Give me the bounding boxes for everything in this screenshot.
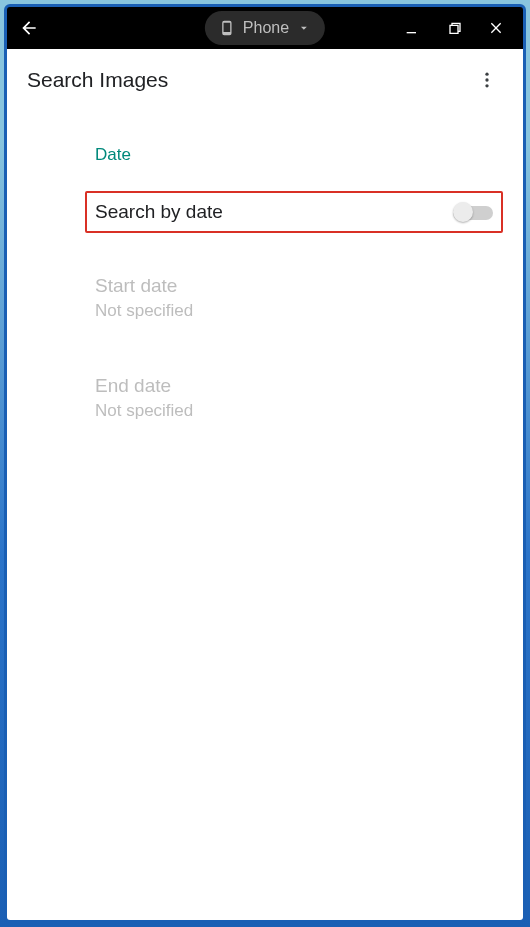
device-label: Phone bbox=[243, 19, 289, 37]
emulator-frame: Phone Search Images Date Search by bbox=[4, 4, 526, 923]
start-date-label: Start date bbox=[95, 275, 503, 297]
chevron-down-icon bbox=[297, 21, 311, 35]
device-selector[interactable]: Phone bbox=[205, 11, 325, 45]
close-button[interactable] bbox=[485, 17, 507, 39]
more-vert-icon bbox=[477, 70, 497, 90]
back-button[interactable] bbox=[7, 7, 51, 49]
svg-point-1 bbox=[485, 73, 488, 76]
phone-icon bbox=[219, 18, 235, 38]
minimize-icon bbox=[404, 20, 420, 36]
svg-rect-0 bbox=[407, 32, 416, 33]
end-date-item[interactable]: End date Not specified bbox=[95, 375, 503, 421]
end-date-value: Not specified bbox=[95, 401, 503, 421]
start-date-item[interactable]: Start date Not specified bbox=[95, 275, 503, 321]
start-date-value: Not specified bbox=[95, 301, 503, 321]
section-label-date: Date bbox=[95, 145, 503, 165]
close-icon bbox=[488, 20, 504, 36]
app-screen: Search Images Date Search by date Start … bbox=[7, 49, 523, 920]
restore-icon bbox=[446, 20, 462, 36]
end-date-label: End date bbox=[95, 375, 503, 397]
search-by-date-row[interactable]: Search by date bbox=[85, 191, 503, 233]
svg-point-3 bbox=[485, 84, 488, 87]
arrow-left-icon bbox=[19, 18, 39, 38]
overflow-menu-button[interactable] bbox=[471, 64, 503, 96]
switch-thumb bbox=[453, 202, 473, 222]
page-title: Search Images bbox=[27, 68, 168, 92]
titlebar-right-controls bbox=[401, 17, 523, 39]
content-area: Date Search by date Start date Not speci… bbox=[7, 111, 523, 421]
minimize-button[interactable] bbox=[401, 17, 423, 39]
restore-button[interactable] bbox=[443, 17, 465, 39]
svg-point-2 bbox=[485, 78, 488, 81]
search-by-date-label: Search by date bbox=[95, 201, 223, 223]
emulator-titlebar: Phone bbox=[7, 7, 523, 49]
search-by-date-toggle[interactable] bbox=[453, 202, 493, 222]
app-header: Search Images bbox=[7, 49, 523, 111]
